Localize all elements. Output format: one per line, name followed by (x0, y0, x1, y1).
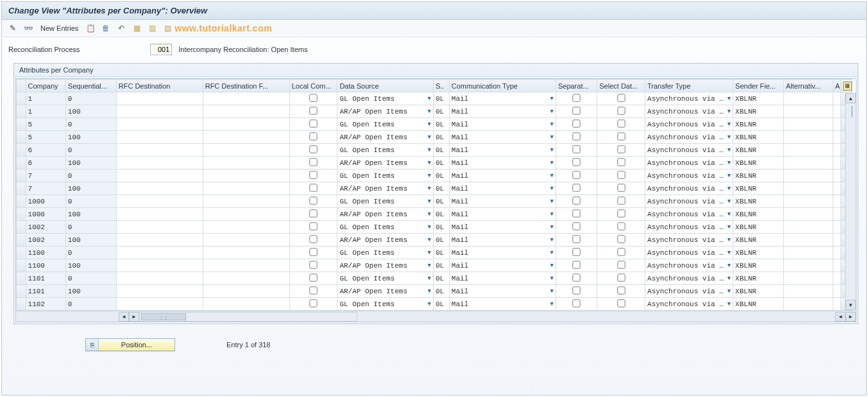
cell-local-com[interactable] (289, 234, 337, 247)
cell-separat[interactable] (556, 259, 597, 272)
cell-a[interactable] (833, 131, 840, 144)
cell-company[interactable]: 7 (26, 169, 65, 182)
cell-select-dat[interactable] (597, 92, 645, 105)
cell-rfc-destination-f[interactable] (203, 157, 289, 169)
cell-alternativ[interactable] (783, 131, 833, 144)
cell-sender-fie[interactable]: XBLNR (733, 118, 784, 131)
display-change-toggle-icon[interactable]: ✎ (7, 22, 19, 34)
cell-select-dat[interactable] (597, 259, 645, 272)
cell-rfc-destination[interactable] (116, 272, 203, 285)
cell-rfc-destination[interactable] (116, 131, 203, 144)
cell-rfc-destination-f[interactable] (203, 182, 289, 195)
cell-communication-type[interactable]: Mail▼ (449, 157, 556, 169)
cell-local-com[interactable] (289, 221, 337, 234)
cell-sequential[interactable]: 100 (65, 234, 116, 247)
cell-separat[interactable] (556, 157, 597, 169)
row-selector[interactable] (17, 234, 26, 247)
col-select-dat[interactable]: Select Dat... (597, 80, 645, 92)
cell-sender-fie[interactable]: XBLNR (733, 105, 784, 118)
cell-company[interactable]: 5 (26, 118, 65, 131)
scroll-right-icon[interactable]: ► (129, 312, 139, 322)
cell-rfc-destination[interactable] (116, 157, 203, 169)
cell-s[interactable]: 0L (433, 298, 449, 311)
cell-sequential[interactable]: 0 (65, 92, 116, 105)
chevron-down-icon[interactable]: ▼ (726, 275, 731, 282)
cell-sender-fie[interactable]: XBLNR (733, 259, 784, 272)
cell-communication-type[interactable]: Mail▼ (449, 105, 556, 118)
row-selector[interactable] (17, 221, 26, 234)
cell-sender-fie[interactable]: XBLNR (733, 247, 784, 259)
cell-data-source[interactable]: GL Open Items▼ (337, 247, 434, 259)
chevron-down-icon[interactable]: ▼ (726, 224, 731, 230)
cell-s[interactable]: 0L (433, 144, 449, 157)
chevron-down-icon[interactable]: ▼ (427, 275, 431, 282)
cell-rfc-destination-f[interactable] (203, 195, 289, 208)
chevron-down-icon[interactable]: ▼ (726, 211, 731, 218)
cell-rfc-destination[interactable] (116, 195, 203, 208)
cell-local-com[interactable] (289, 118, 337, 131)
cell-s[interactable]: 0L (433, 182, 449, 195)
row-selector[interactable] (17, 247, 26, 259)
cell-transfer-type[interactable]: Asynchronous via …▼ (645, 298, 733, 311)
cell-data-source[interactable]: AR/AP Open Items▼ (337, 105, 434, 118)
cell-s[interactable]: 0L (433, 221, 449, 234)
cell-separat[interactable] (556, 118, 597, 131)
chevron-down-icon[interactable]: ▼ (427, 186, 431, 192)
cell-data-source[interactable]: GL Open Items▼ (337, 272, 434, 285)
undo-change-icon[interactable]: ↶ (115, 22, 127, 34)
cell-sequential[interactable]: 0 (65, 169, 116, 182)
cell-separat[interactable] (556, 247, 597, 259)
cell-a[interactable] (833, 169, 840, 182)
cell-rfc-destination[interactable] (116, 298, 203, 311)
cell-company[interactable]: 6 (26, 157, 65, 169)
col-alternativ[interactable]: Alternativ... (783, 80, 833, 92)
chevron-down-icon[interactable]: ▼ (726, 147, 731, 153)
cell-rfc-destination-f[interactable] (203, 298, 289, 311)
cell-sequential[interactable]: 100 (65, 157, 116, 169)
cell-communication-type[interactable]: Mail▼ (449, 285, 556, 298)
col-transfer-type[interactable]: Transfer Type (645, 80, 733, 92)
cell-rfc-destination[interactable] (116, 247, 203, 259)
cell-sender-fie[interactable]: XBLNR (733, 169, 784, 182)
cell-company[interactable]: 7 (26, 182, 65, 195)
cell-local-com[interactable] (289, 157, 337, 169)
cell-select-dat[interactable] (597, 169, 645, 182)
col-communication-type[interactable]: Communication Type (449, 80, 556, 92)
cell-rfc-destination-f[interactable] (203, 208, 289, 221)
col-sender-fie[interactable]: Sender Fie... (733, 80, 784, 92)
cell-a[interactable] (833, 234, 840, 247)
cell-communication-type[interactable]: Mail▼ (449, 208, 556, 221)
chevron-down-icon[interactable]: ▼ (726, 250, 731, 256)
cell-sender-fie[interactable]: XBLNR (733, 221, 784, 234)
cell-alternativ[interactable] (783, 285, 833, 298)
chevron-down-icon[interactable]: ▼ (726, 108, 731, 115)
cell-sender-fie[interactable]: XBLNR (733, 182, 784, 195)
cell-local-com[interactable] (289, 144, 337, 157)
cell-select-dat[interactable] (597, 272, 645, 285)
cell-s[interactable]: 0L (433, 234, 449, 247)
cell-separat[interactable] (556, 105, 597, 118)
cell-company[interactable]: 1100 (26, 247, 65, 259)
col-rfc-destination-f[interactable]: RFC Destination F... (203, 80, 289, 92)
cell-separat[interactable] (556, 169, 597, 182)
cell-communication-type[interactable]: Mail▼ (449, 131, 556, 144)
cell-s[interactable]: 0L (433, 169, 449, 182)
cell-local-com[interactable] (289, 169, 337, 182)
row-selector[interactable] (17, 118, 26, 131)
cell-sequential[interactable]: 100 (65, 208, 116, 221)
cell-local-com[interactable] (289, 247, 337, 259)
chevron-down-icon[interactable]: ▼ (726, 134, 731, 141)
col-a[interactable]: A (833, 80, 840, 92)
chevron-down-icon[interactable]: ▼ (427, 211, 431, 218)
cell-rfc-destination-f[interactable] (203, 131, 289, 144)
cell-data-source[interactable]: GL Open Items▼ (337, 169, 434, 182)
scroll-down-icon[interactable]: ▼ (846, 300, 856, 310)
cell-local-com[interactable] (289, 92, 337, 105)
cell-a[interactable] (833, 259, 840, 272)
cell-transfer-type[interactable]: Asynchronous via …▼ (645, 131, 733, 144)
chevron-down-icon[interactable]: ▼ (427, 250, 431, 256)
cell-company[interactable]: 5 (26, 131, 65, 144)
cell-select-dat[interactable] (597, 221, 645, 234)
cell-transfer-type[interactable]: Asynchronous via …▼ (645, 234, 733, 247)
cell-communication-type[interactable]: Mail▼ (449, 169, 556, 182)
